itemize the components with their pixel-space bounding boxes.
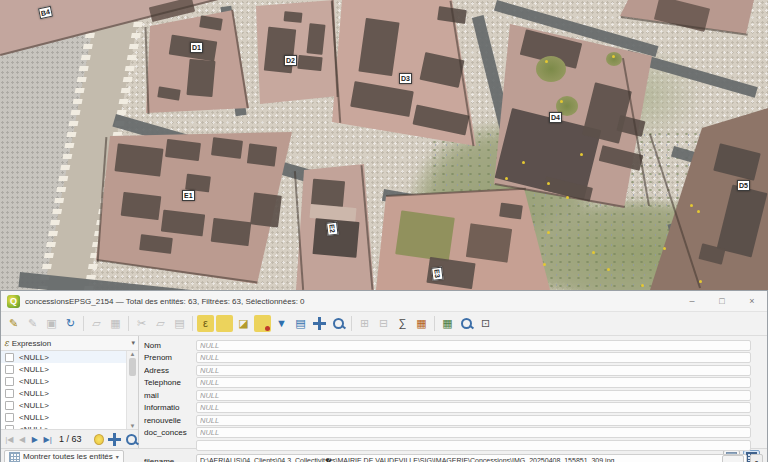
zoom-to-selection[interactable] [330,315,347,332]
first-feature-button[interactable]: |◀ [4,435,15,444]
search-widget[interactable] [458,315,475,332]
toolbar-separator [128,316,129,331]
select-by-expression[interactable]: ε [197,315,214,332]
qgis-app-icon: Q [7,295,20,308]
field-input[interactable] [196,365,751,376]
field-label: filename [144,457,196,462]
feature-checkbox[interactable] [5,364,14,373]
feature-list-item[interactable]: <NULL> [1,351,126,363]
scrollbar-thumb[interactable] [129,358,136,376]
plot-label: E1 [182,190,195,201]
pan-to-selection[interactable] [311,315,328,332]
conditional-formatting[interactable]: ▦ [413,315,430,332]
organize-columns[interactable]: ▦ [439,315,456,332]
map-canvas[interactable]: B4D1D2D3D4D5E1E2E3 [0,0,768,290]
window-title: concessionsEPSG_2154 — Total des entités… [25,297,677,306]
feature-checkbox[interactable] [5,352,14,361]
attribute-toolbar: ✎✎▣↻▱▦✂▱▤ε◪▼▤⊞⊟∑▦▦⊡ [1,312,767,336]
field-label: Adress [144,366,196,375]
scroll-up-icon[interactable]: ▲ [130,351,136,357]
feature-list-item[interactable]: <NULL> [1,411,126,423]
save-edits[interactable]: ▣ [43,315,60,332]
copy-features[interactable]: ▱ [152,315,169,332]
field-label: renouvelle [144,416,196,425]
feature-list-item[interactable]: <NULL> [1,375,126,387]
next-feature-button[interactable]: ▶ [30,435,41,444]
feature-list: <NULL> <NULL> <NULL> <NULL> <NUL [1,351,126,429]
feature-list-panel: ε Expression ▾ <NULL> <NULL> [1,336,139,448]
move-selection-to-top[interactable]: ▤ [292,315,309,332]
feature-checkbox[interactable] [5,424,14,429]
expression-filter-bar[interactable]: ε Expression ▾ [1,336,138,351]
feature-null-label: <NULL> [19,401,49,410]
toolbar-separator [83,316,84,331]
field-input[interactable] [196,415,751,426]
previous-feature-button[interactable]: ◀ [17,435,28,444]
reload[interactable]: ↻ [62,315,79,332]
field-input[interactable] [196,352,751,363]
form-view-panel: Nom Prenom Adress Telephone mail [139,336,767,448]
list-scrollbar[interactable]: ▲ ▼ [126,351,138,429]
chevron-down-icon[interactable]: ▾ [131,339,135,347]
feature-list-item[interactable]: <NULL> [1,387,126,399]
feature-navigation-bar: |◀ ◀ ▶ ▶| 1 / 63 [1,429,138,448]
plot-label: D4 [549,112,562,123]
maximize-button[interactable]: □ [707,292,737,310]
show-features-filter-button[interactable]: Montrer toutes les entités ▾ [4,450,124,462]
form-field-row: Informatio [144,402,763,415]
close-button[interactable]: × [737,292,767,310]
toolbar-separator [192,316,193,331]
filter-mode-label: Montrer toutes les entités [23,452,113,461]
minimize-button[interactable]: – [677,292,707,310]
field-label: doc_conces [144,428,196,437]
toggle-editing[interactable]: ✎ [5,315,22,332]
field-label: Informatio [144,403,196,412]
cut-features[interactable]: ✂ [133,315,150,332]
field-input[interactable] [196,377,751,388]
select-all[interactable] [216,315,233,332]
field-label: Prenom [144,353,196,362]
toolbar-separator [351,316,352,331]
last-feature-button[interactable]: ▶| [42,435,53,444]
widget-dropdown-icon[interactable]: ▾ [750,454,763,462]
field-label: Telephone [144,378,196,387]
field-input[interactable] [196,390,751,401]
delete-field[interactable]: ⊟ [375,315,392,332]
delete-feature[interactable]: ▦ [107,315,124,332]
plot-label: D2 [284,55,297,66]
expression-label: Expression [12,339,52,348]
deselect-all[interactable] [254,315,271,332]
field-input[interactable] [196,427,751,438]
field-input[interactable] [196,402,751,413]
feature-null-label: <NULL> [19,377,49,386]
chevron-down-icon: ▾ [116,453,119,460]
paste-features[interactable]: ▤ [171,315,188,332]
filter-features[interactable]: ▼ [273,315,290,332]
feature-checkbox[interactable] [5,376,14,385]
feature-checkbox[interactable] [5,412,14,421]
dock-attribute-table[interactable]: ⊡ [477,315,494,332]
field-input[interactable] [196,340,751,351]
filename-field-row: filename … ▾ [139,454,767,462]
form-field-row: Telephone [144,377,763,390]
browse-button[interactable]: … [722,455,744,462]
zoom-to-feature-icon[interactable] [123,431,138,448]
feature-checkbox[interactable] [5,388,14,397]
field-input[interactable] [196,440,751,451]
plot-label: E3 [431,267,443,281]
feature-list-item[interactable]: <NULL> [1,399,126,411]
pan-to-feature-icon[interactable] [106,431,121,448]
invert-selection[interactable]: ◪ [235,315,252,332]
feature-null-label: <NULL> [19,389,49,398]
field-calculator[interactable]: ∑ [394,315,411,332]
filename-input[interactable] [197,458,722,462]
duplicate-feature[interactable]: ▱ [88,315,105,332]
plot-label: D5 [737,180,750,191]
toolbar-icon[interactable] [496,315,513,332]
add-field[interactable]: ⊞ [356,315,373,332]
feature-checkbox[interactable] [5,400,14,409]
feature-counter[interactable]: 1 / 63 [59,434,82,444]
highlight-feature-icon[interactable] [94,434,104,445]
feature-list-item[interactable]: <NULL> [1,363,126,375]
multi-edit[interactable]: ✎ [24,315,41,332]
